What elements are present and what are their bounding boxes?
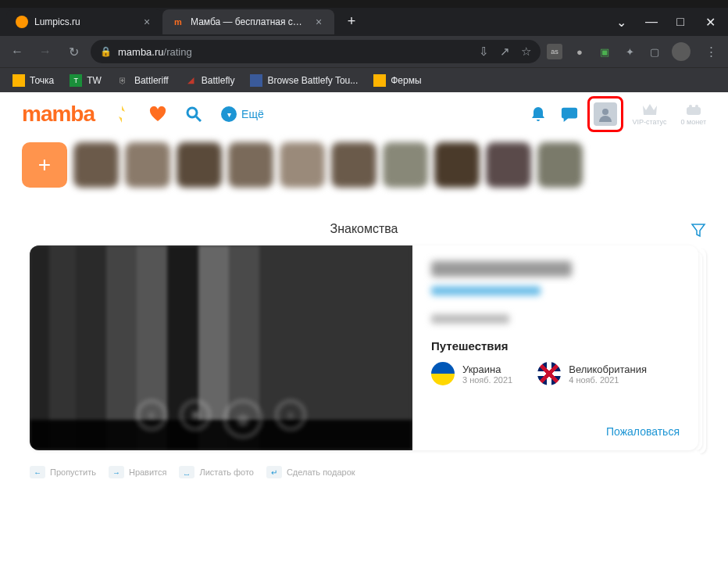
complain-link[interactable]: Пожаловаться xyxy=(606,425,680,438)
close-icon[interactable]: × xyxy=(141,16,153,28)
bm-icon: T xyxy=(70,74,82,87)
user-tile[interactable] xyxy=(73,142,119,188)
search-icon[interactable] xyxy=(185,106,202,123)
favicon-lumpics xyxy=(16,16,28,28)
close-icon[interactable]: × xyxy=(312,16,325,28)
key-icon: ⎵ xyxy=(179,466,194,478)
bm-icon: ⛨ xyxy=(117,74,130,87)
ext-icon[interactable]: ▢ xyxy=(647,44,662,59)
profile-info: Путешествия Украина 3 нояб. 2021 Великоб… xyxy=(412,245,698,450)
mamba-logo[interactable]: mamba xyxy=(22,102,95,127)
action-gift[interactable]: ↵Сделать подарок xyxy=(266,466,355,478)
svg-point-5 xyxy=(695,105,698,108)
chrome-profile-avatar[interactable] xyxy=(672,42,691,61)
travel-heading: Путешествия xyxy=(431,339,680,353)
encounters-icon[interactable] xyxy=(113,106,130,123)
extensions-puzzle-icon[interactable]: ✦ xyxy=(622,44,637,59)
new-tab-button[interactable]: + xyxy=(341,11,362,33)
user-tile[interactable] xyxy=(331,142,376,188)
profile-card-wrap: ‹ ✕ ◎ › Путешествия Украина 3 нояб. 20 xyxy=(0,236,728,460)
reload-button[interactable]: ↻ xyxy=(62,41,84,63)
browser-tab-active[interactable]: m Мамба — бесплатная сеть знак × xyxy=(162,9,334,34)
tab-title: Lumpics.ru xyxy=(34,16,134,27)
back-button[interactable]: ← xyxy=(6,41,28,63)
profile-avatar-highlighted xyxy=(592,101,619,127)
flag-ukraine-icon xyxy=(431,362,455,385)
user-tile[interactable] xyxy=(383,142,428,188)
trip-item: Великобритания 4 нояб. 2021 xyxy=(537,362,647,385)
keyboard-hints: ←Пропустить →Нравится ⎵Листать фото ↵Сде… xyxy=(0,460,728,485)
bookmark-item[interactable]: Точка xyxy=(6,71,60,90)
photo-controls: ‹ ✕ ◎ › xyxy=(30,400,412,438)
user-tile[interactable] xyxy=(486,142,531,188)
bm-icon xyxy=(373,74,386,87)
ext-lastfm-icon[interactable]: as xyxy=(547,44,562,59)
user-tile[interactable] xyxy=(434,142,480,188)
svg-rect-3 xyxy=(687,107,701,115)
action-like[interactable]: →Нравится xyxy=(109,466,167,478)
url-path: /rating xyxy=(164,46,192,58)
lock-icon: 🔒 xyxy=(100,46,112,57)
next-photo-button[interactable]: › xyxy=(276,400,305,430)
add-photo-tile[interactable]: + xyxy=(22,142,67,188)
dislike-button[interactable]: ✕ xyxy=(180,400,210,430)
bookmark-item[interactable]: Browse Battlefy Tou... xyxy=(244,71,364,90)
crown-icon xyxy=(641,102,658,116)
url-domain: mamba.ru xyxy=(118,46,164,58)
browser-tabs: Lumpics.ru × m Мамба — бесплатная сеть з… xyxy=(0,8,728,36)
profile-name-blurred xyxy=(431,261,572,277)
messages-icon[interactable] xyxy=(561,106,578,123)
address-bar[interactable]: 🔒 mamba.ru/rating ⇩ ↗ ☆ xyxy=(91,40,541,63)
browser-tab-inactive[interactable]: Lumpics.ru × xyxy=(6,9,162,34)
profile-avatar[interactable] xyxy=(594,102,617,126)
profile-detail-blurred xyxy=(431,314,509,324)
svg-point-0 xyxy=(187,108,197,117)
tab-title: Мамба — бесплатная сеть знак xyxy=(191,16,306,27)
ext-icon[interactable]: ● xyxy=(572,44,587,59)
action-browse[interactable]: ⎵Листать фото xyxy=(179,466,253,478)
svg-line-1 xyxy=(196,116,201,121)
close-button[interactable]: ✕ xyxy=(705,15,716,30)
like-icon[interactable] xyxy=(149,106,166,123)
bookmark-item[interactable]: TTW xyxy=(63,71,108,90)
user-tile[interactable] xyxy=(280,142,325,188)
profile-photo[interactable]: ‹ ✕ ◎ › xyxy=(30,245,412,450)
svg-point-2 xyxy=(602,109,608,115)
user-carousel: + xyxy=(0,136,728,194)
user-tile[interactable] xyxy=(125,142,170,188)
user-tile[interactable] xyxy=(537,142,583,188)
prev-photo-button[interactable]: ‹ xyxy=(137,400,166,430)
minimize-button[interactable]: — xyxy=(645,15,656,30)
bookmarks-bar: Точка TTW ⛨Battleriff ◢Battlefly Browse … xyxy=(0,67,728,92)
notifications-icon[interactable] xyxy=(530,106,547,123)
user-tile[interactable] xyxy=(228,142,273,188)
bm-icon xyxy=(12,74,25,87)
bm-icon xyxy=(250,74,262,87)
chevron-down-icon: ▾ xyxy=(221,106,237,122)
svg-point-4 xyxy=(689,105,692,108)
bookmark-item[interactable]: Фермы xyxy=(367,71,427,90)
dropdown-icon[interactable]: ⌄ xyxy=(616,15,626,30)
more-button[interactable]: ▾ Ещё xyxy=(221,106,264,122)
bm-icon: ◢ xyxy=(184,74,197,87)
bookmark-item[interactable]: ⛨Battleriff xyxy=(111,71,175,90)
bookmark-item[interactable]: ◢Battlefly xyxy=(178,71,241,90)
user-tile[interactable] xyxy=(177,142,222,188)
flag-uk-icon xyxy=(537,362,561,385)
chrome-menu-icon[interactable]: ⋮ xyxy=(700,41,722,63)
star-icon[interactable]: ☆ xyxy=(521,45,531,59)
superlike-button[interactable]: ◎ xyxy=(224,400,262,438)
trip-item: Украина 3 нояб. 2021 xyxy=(431,362,512,385)
trip-date: 3 нояб. 2021 xyxy=(462,375,512,385)
trips-row: Украина 3 нояб. 2021 Великобритания 4 но… xyxy=(431,362,680,385)
share-icon[interactable]: ↗ xyxy=(500,45,510,59)
coins-button[interactable]: 0 монет xyxy=(681,102,707,126)
vip-status-button[interactable]: VIP-статус xyxy=(633,102,667,126)
coins-icon xyxy=(685,102,702,116)
maximize-button[interactable]: □ xyxy=(675,15,686,30)
install-icon[interactable]: ⇩ xyxy=(479,45,489,59)
ext-icon[interactable]: ▣ xyxy=(597,44,612,59)
trip-date: 4 нояб. 2021 xyxy=(569,375,647,385)
forward-button[interactable]: → xyxy=(34,41,56,63)
action-skip[interactable]: ←Пропустить xyxy=(30,466,96,478)
